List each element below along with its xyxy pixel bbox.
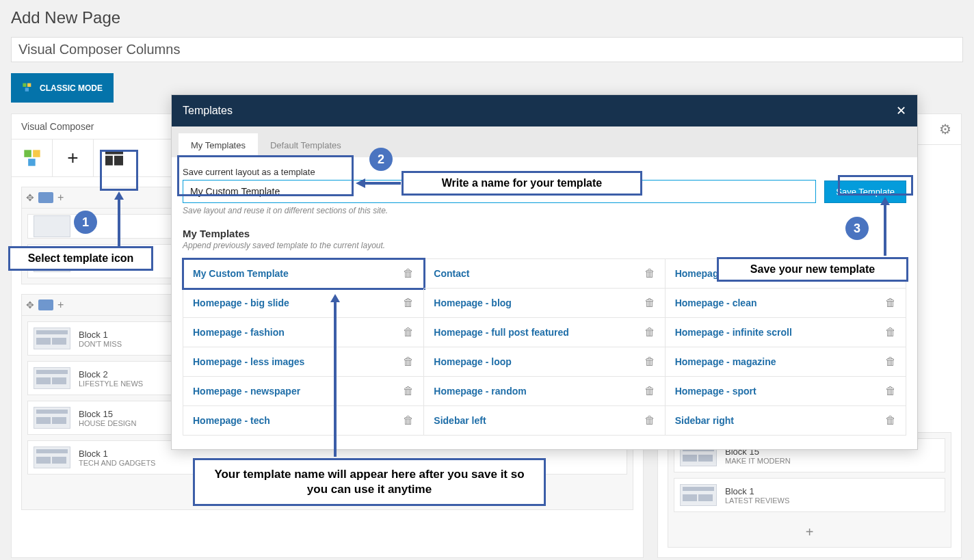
- block-thumb-icon: [34, 367, 70, 389]
- template-link[interactable]: Homepage - fashion: [193, 327, 285, 338]
- svg-marker-12: [356, 178, 365, 188]
- trash-icon[interactable]: 🗑: [885, 356, 896, 368]
- close-icon[interactable]: ✕: [896, 103, 906, 118]
- svg-rect-1: [27, 83, 31, 87]
- block-name: Block 1: [725, 486, 789, 496]
- block-subtitle: LATEST REVIEWS: [725, 496, 789, 505]
- step-badge-2: 2: [369, 148, 393, 171]
- tab-default-templates[interactable]: Default Templates: [258, 133, 354, 157]
- columns-icon[interactable]: [38, 299, 53, 310]
- classic-mode-label: CLASSIC MODE: [40, 83, 103, 93]
- my-templates-hint: Append previously saved template to the …: [183, 241, 906, 250]
- svg-rect-4: [33, 150, 40, 157]
- trash-icon[interactable]: 🗑: [644, 326, 655, 338]
- annotation-arrow: [114, 191, 124, 246]
- template-link[interactable]: Homepage - big slide: [193, 297, 289, 308]
- template-link[interactable]: Homepage - clean: [675, 297, 757, 308]
- modal-tabs: My Templates Default Templates: [172, 126, 917, 157]
- template-link[interactable]: My Custom Template: [193, 268, 289, 279]
- columns-icon[interactable]: [38, 192, 53, 203]
- block-subtitle: TECH AND GADGETS: [79, 459, 155, 467]
- add-element-button[interactable]: +: [53, 139, 94, 176]
- trash-icon[interactable]: 🗑: [644, 267, 655, 280]
- vc-logo-button[interactable]: [12, 139, 53, 176]
- gear-icon[interactable]: ⚙: [939, 121, 951, 137]
- trash-icon[interactable]: 🗑: [885, 414, 896, 427]
- trash-icon[interactable]: 🗑: [644, 356, 655, 368]
- template-link[interactable]: Homepage - tech: [193, 415, 270, 426]
- add-column-icon[interactable]: +: [57, 191, 64, 204]
- template-link[interactable]: Homepage - full post featured: [434, 327, 569, 338]
- template-cell: Homepage - tech 🗑: [183, 406, 424, 436]
- template-cell: Contact 🗑: [424, 259, 665, 289]
- template-link[interactable]: Sidebar left: [434, 415, 486, 426]
- trash-icon[interactable]: 🗑: [403, 356, 414, 368]
- block-name: Block 2: [79, 369, 143, 379]
- template-cell: Homepage - sport 🗑: [666, 377, 906, 406]
- plus-icon: +: [67, 147, 78, 169]
- svg-rect-8: [114, 156, 123, 165]
- tab-my-templates[interactable]: My Templates: [179, 133, 258, 157]
- add-element-plus[interactable]: +: [668, 518, 951, 547]
- trash-icon[interactable]: 🗑: [403, 326, 414, 338]
- template-cell: Homepage - infinite scroll 🗑: [666, 318, 906, 347]
- template-link[interactable]: Homepage - random: [434, 386, 526, 397]
- template-cell: Homepage - magazine 🗑: [666, 347, 906, 377]
- template-link[interactable]: Homepage - infinite scroll: [675, 327, 792, 338]
- template-link[interactable]: Sidebar right: [675, 415, 734, 426]
- block-thumb-icon: [34, 407, 70, 429]
- template-link[interactable]: Homepage - sport: [675, 386, 756, 397]
- block-name: Block 15: [79, 409, 136, 419]
- trash-icon[interactable]: 🗑: [885, 385, 896, 397]
- trash-icon[interactable]: 🗑: [644, 297, 655, 309]
- template-cell: Homepage - big slide 🗑: [183, 289, 424, 318]
- annotation-callout-1: Select template icon: [8, 246, 153, 271]
- template-link[interactable]: Homepage - loop: [434, 356, 512, 367]
- svg-rect-0: [23, 83, 26, 87]
- block-subtitle: LIFESTYLE NEWS: [79, 379, 143, 388]
- modal-title: Templates: [183, 105, 233, 117]
- template-cell: Homepage - fashion 🗑: [183, 318, 424, 347]
- svg-rect-3: [24, 150, 31, 157]
- block-subtitle: MAKE IT MODERN: [725, 457, 791, 465]
- block-thumb-icon: [34, 328, 70, 349]
- template-link[interactable]: Homepage - less images: [193, 356, 304, 367]
- template-cell: Homepage - clean 🗑: [666, 289, 906, 318]
- move-icon[interactable]: ✥: [26, 299, 34, 310]
- trash-icon[interactable]: 🗑: [644, 414, 655, 427]
- svg-rect-5: [28, 159, 35, 166]
- block-thumb-icon: [34, 215, 70, 237]
- save-hint: Save layout and reuse it on different se…: [183, 206, 906, 215]
- trash-icon[interactable]: 🗑: [403, 385, 414, 397]
- annotation-callout-4: Your template name will appear here afte…: [193, 458, 546, 506]
- templates-grid: My Custom Template 🗑Contact 🗑Homepage 🗑H…: [183, 258, 906, 436]
- block-item[interactable]: Block 1 LATEST REVIEWS: [674, 478, 945, 512]
- template-cell: Homepage - full post featured 🗑: [424, 318, 665, 347]
- svg-marker-10: [114, 191, 124, 200]
- trash-icon[interactable]: 🗑: [885, 297, 896, 309]
- template-link[interactable]: Homepage - newspaper: [193, 386, 300, 397]
- trash-icon[interactable]: 🗑: [644, 385, 655, 397]
- page-title-input[interactable]: [11, 37, 963, 62]
- page-heading: Add New Page: [0, 0, 974, 37]
- block-subtitle: HOUSE DESIGN: [79, 419, 136, 427]
- templates-button[interactable]: [94, 139, 135, 176]
- move-icon[interactable]: ✥: [26, 192, 34, 203]
- vc-logo-icon: [22, 81, 33, 94]
- trash-icon[interactable]: 🗑: [403, 297, 414, 309]
- block-thumb-icon: [34, 446, 70, 468]
- svg-marker-14: [880, 197, 890, 205]
- template-link[interactable]: Contact: [434, 268, 469, 279]
- my-templates-heading: My Templates: [183, 228, 906, 239]
- trash-icon[interactable]: 🗑: [403, 414, 414, 427]
- template-link[interactable]: Homepage - blog: [434, 297, 512, 308]
- trash-icon[interactable]: 🗑: [885, 326, 896, 338]
- add-column-icon[interactable]: +: [57, 299, 64, 311]
- block-name: Block 1: [79, 449, 155, 459]
- save-template-button[interactable]: Save Template: [824, 181, 906, 203]
- template-icon: [105, 150, 123, 165]
- classic-mode-button[interactable]: CLASSIC MODE: [11, 73, 114, 103]
- template-link[interactable]: Homepage - magazine: [675, 356, 776, 367]
- block-name: Block 1: [79, 330, 122, 340]
- trash-icon[interactable]: 🗑: [403, 267, 414, 280]
